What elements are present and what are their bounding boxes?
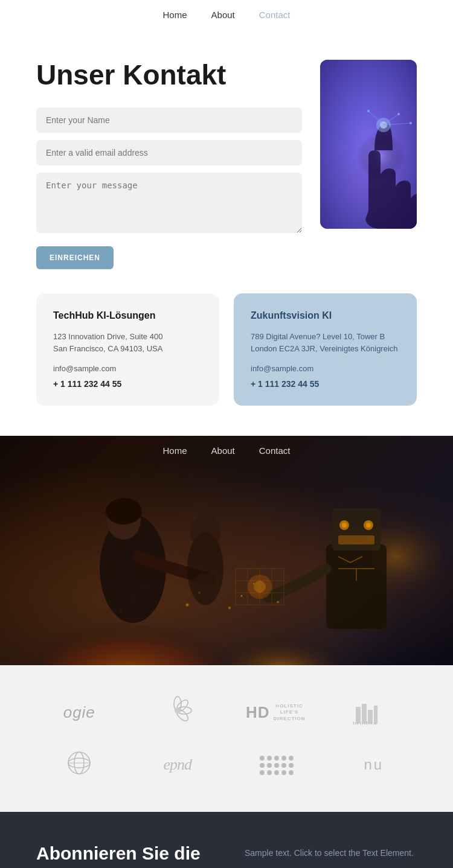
- svg-point-55: [175, 707, 181, 713]
- svg-point-8: [367, 110, 370, 112]
- svg-point-72: [267, 770, 272, 775]
- svg-point-69: [267, 763, 272, 768]
- svg-point-7: [397, 113, 400, 115]
- hero-image-container: [320, 60, 417, 229]
- logos-grid: ogie HD HOLISTICLIFE'SDIRECTION: [36, 695, 417, 782]
- scene-illustration: [0, 436, 453, 665]
- svg-point-71: [260, 770, 265, 775]
- svg-point-78: [281, 770, 286, 775]
- svg-point-75: [289, 756, 294, 761]
- sphere-icon: [64, 748, 94, 778]
- svg-rect-31: [326, 544, 387, 629]
- contact-cards: TechHub KI-Lösungen 123 Innovation Drive…: [0, 293, 453, 436]
- logo-nu: nu: [364, 756, 384, 773]
- name-form-group: [36, 107, 302, 133]
- image-nav: Home About Contact: [0, 436, 453, 465]
- logo-brighta: brighta: [353, 701, 395, 725]
- hero-illustration: [320, 60, 417, 229]
- card-zukunft-email: info@sample.com: [251, 364, 400, 373]
- flower-icon: [162, 695, 193, 726]
- page-title: Unser Kontakt: [36, 60, 302, 91]
- svg-point-67: [274, 756, 279, 761]
- card-techhub-phone: + 1 111 232 44 55: [53, 379, 202, 389]
- footer-content: Abonnieren Sie die neuesten Updates und …: [36, 842, 417, 868]
- logo-epnd: epnd: [163, 756, 191, 774]
- svg-rect-37: [338, 535, 374, 544]
- card-zukunft-phone: + 1 111 232 44 55: [251, 379, 400, 389]
- svg-text:brighta: brighta: [353, 720, 378, 725]
- message-form-group: [36, 173, 302, 235]
- svg-point-70: [274, 763, 279, 768]
- svg-point-9: [410, 122, 412, 124]
- hero-full-image: Home About Contact: [0, 436, 453, 665]
- hero-left: Unser Kontakt EINREICHEN: [36, 60, 302, 269]
- image-nav-about[interactable]: About: [211, 445, 235, 456]
- svg-point-73: [274, 770, 279, 775]
- card-zukunft-address: 789 Digital Avenue? Level 10, Tower B Lo…: [251, 331, 400, 356]
- brighta-icon: brighta: [353, 701, 395, 725]
- card-techhub-address: 123 Innovation Drive, Suite 400 San Fran…: [53, 331, 202, 356]
- main-nav: Home About Contact: [0, 0, 453, 30]
- footer-right: Sample text. Click to select the Text El…: [245, 842, 417, 868]
- card-techhub-email: info@sample.com: [53, 364, 202, 373]
- svg-point-35: [342, 523, 347, 528]
- svg-point-20: [228, 607, 231, 609]
- nav-about[interactable]: About: [211, 10, 235, 20]
- logo-flower: [162, 695, 193, 730]
- name-input[interactable]: [36, 107, 302, 133]
- footer: Abonnieren Sie die neuesten Updates und …: [0, 812, 453, 868]
- svg-point-27: [106, 498, 142, 525]
- card-zukunft-title: Zukunftsvision KI: [251, 310, 400, 321]
- card-techhub-title: TechHub KI-Lösungen: [53, 310, 202, 321]
- footer-title: Abonnieren Sie die neuesten Updates und …: [36, 842, 208, 868]
- hero-image: [320, 60, 417, 229]
- logo-sphere: [64, 748, 94, 782]
- nav-contact[interactable]: Contact: [259, 10, 291, 20]
- svg-point-30: [187, 532, 223, 605]
- logo-ogie: ogie: [63, 703, 95, 722]
- submit-button[interactable]: EINREICHEN: [36, 246, 114, 269]
- nav-home[interactable]: Home: [163, 10, 187, 20]
- card-techhub: TechHub KI-Lösungen 123 Innovation Drive…: [36, 293, 219, 406]
- svg-point-17: [186, 604, 189, 607]
- message-input[interactable]: [36, 173, 302, 233]
- hero-section: Unser Kontakt EINREICHEN: [0, 30, 453, 293]
- svg-point-77: [289, 763, 294, 768]
- image-nav-contact[interactable]: Contact: [259, 445, 291, 456]
- svg-point-79: [289, 770, 294, 775]
- logo-dots: [257, 751, 294, 779]
- email-form-group: [36, 140, 302, 165]
- logo-hd: HD HOLISTICLIFE'SDIRECTION: [246, 703, 306, 722]
- footer-left: Abonnieren Sie die neuesten Updates und …: [36, 842, 208, 868]
- card-zukunft: Zukunftsvision KI 789 Digital Avenue? Le…: [234, 293, 417, 406]
- svg-point-66: [267, 756, 272, 761]
- svg-point-36: [366, 523, 371, 528]
- svg-point-76: [281, 763, 286, 768]
- dots-pattern: [257, 751, 294, 775]
- email-input[interactable]: [36, 140, 302, 165]
- svg-point-21: [241, 595, 243, 597]
- footer-sample-text: Sample text. Click to select the Text El…: [245, 848, 417, 858]
- svg-point-74: [281, 756, 286, 761]
- svg-point-68: [260, 763, 265, 768]
- image-nav-home[interactable]: Home: [163, 445, 187, 456]
- logos-section: ogie HD HOLISTICLIFE'SDIRECTION: [0, 665, 453, 812]
- svg-point-65: [260, 756, 265, 761]
